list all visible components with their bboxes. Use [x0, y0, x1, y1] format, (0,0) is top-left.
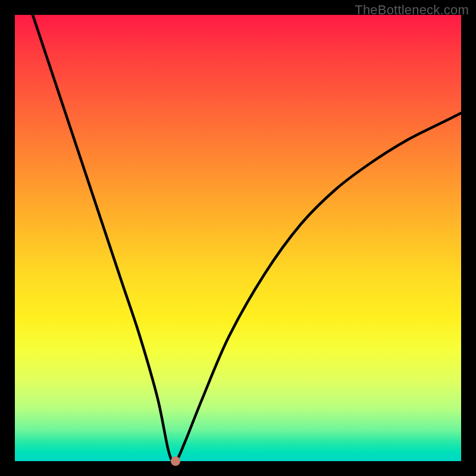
plot-area: [15, 15, 461, 461]
curve-svg: [15, 15, 461, 461]
chart-frame: TheBottleneck.com: [0, 0, 476, 476]
bottleneck-curve: [33, 15, 461, 462]
minimum-marker: [171, 456, 180, 466]
watermark-text: TheBottleneck.com: [355, 2, 469, 18]
